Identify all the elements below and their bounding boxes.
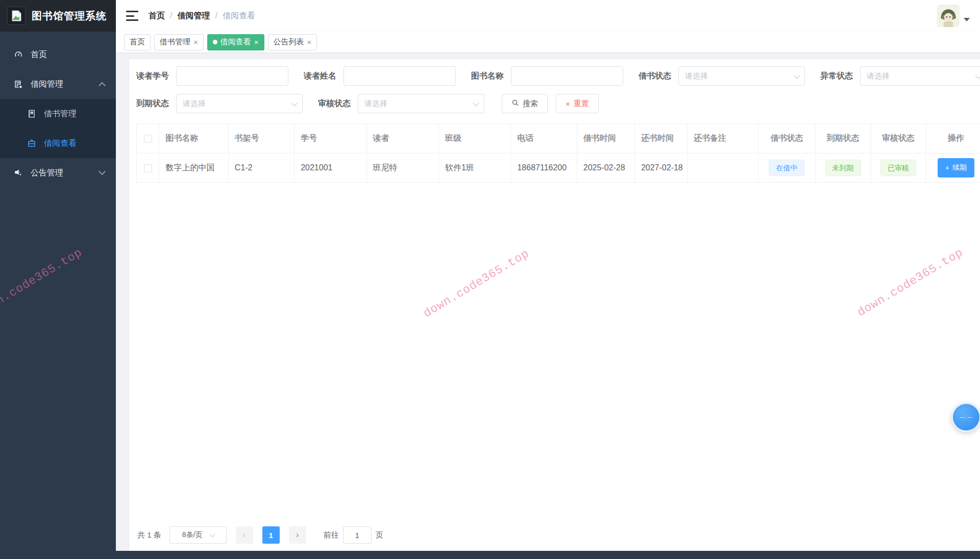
select-placeholder: 请选择: [364, 99, 473, 109]
app-title: 图书馆管理系统: [32, 9, 107, 23]
col-audit-status: 审核状态: [871, 124, 925, 154]
tab-announcement-list[interactable]: 公告列表 ×: [268, 34, 317, 50]
field-label: 读者学号: [136, 71, 169, 82]
book-name-input[interactable]: [511, 66, 623, 86]
abnormal-status-select[interactable]: 请选择: [860, 66, 980, 86]
breadcrumb-home[interactable]: 首页: [149, 11, 165, 21]
tab-home[interactable]: 首页: [124, 34, 151, 50]
content-card: 读者学号 读者姓名 图书名称 借书状态 请选择: [129, 59, 980, 556]
audit-status-select[interactable]: 请选择: [358, 94, 484, 113]
tab-borrow-view[interactable]: 借阅查看 ×: [207, 34, 264, 50]
footer-strip: [0, 551, 980, 559]
pagination: 共 1 条 8条/页 ‹ 1 › 前往 页: [136, 520, 980, 551]
breadcrumb-separator: /: [170, 11, 172, 20]
field-label: 借书状态: [639, 71, 671, 82]
due-status-badge: 未到期: [825, 160, 861, 176]
floating-clock-widget[interactable]: --:--: [951, 402, 980, 432]
col-book-name: 图书名称: [159, 124, 228, 154]
avatar-image: [937, 5, 960, 27]
sidebar-item-label: 借书管理: [44, 109, 105, 119]
sidebar-item-home[interactable]: 首页: [0, 40, 116, 69]
field-reader-id: 读者学号: [136, 66, 288, 86]
col-class: 班级: [439, 124, 511, 154]
search-button-label: 搜索: [523, 99, 538, 109]
cell-return-note: [687, 154, 758, 183]
sidebar-item-label: 借阅管理: [31, 79, 100, 90]
sidebar-item-announcement-management[interactable]: 公告管理: [0, 158, 116, 188]
page-number-1[interactable]: 1: [262, 526, 280, 544]
close-icon[interactable]: ×: [307, 38, 312, 46]
due-status-select[interactable]: 请选择: [176, 94, 303, 113]
select-all-checkbox[interactable]: [144, 135, 152, 143]
cell-reader: 班尼特: [366, 154, 438, 183]
chevron-down-icon: [291, 99, 298, 106]
close-icon[interactable]: ×: [193, 38, 198, 46]
sidebar-item-label: 借阅查看: [44, 138, 105, 149]
chevron-down-icon: [794, 72, 800, 79]
field-label: 审核状态: [318, 98, 351, 109]
select-placeholder: 请选择: [685, 71, 794, 81]
search-icon: [511, 99, 519, 108]
tab-label: 借阅查看: [220, 37, 251, 47]
tabs-bar: 首页 借书管理 × 借阅查看 × 公告列表 ×: [116, 32, 980, 53]
reset-button[interactable]: × 重置: [556, 94, 599, 113]
cell-class: 软件1班: [439, 154, 511, 183]
field-reader-name: 读者姓名: [304, 66, 456, 86]
logo-bar: 图书馆管理系统: [0, 0, 116, 32]
page-size-select[interactable]: 8条/页: [169, 526, 227, 544]
sidebar-collapse-icon[interactable]: [126, 11, 138, 21]
topbar-right: [937, 5, 970, 27]
col-borrow-time: 借书时间: [577, 124, 634, 154]
page-size-value: 8条/页: [182, 530, 203, 540]
borrow-status-select[interactable]: 请选择: [678, 66, 805, 86]
sidebar-item-borrow-management[interactable]: 借阅管理: [0, 69, 116, 99]
cell-book-name: 数字上的中国: [159, 154, 228, 183]
tab-label: 借书管理: [160, 37, 190, 47]
sidebar-item-label: 公告管理: [31, 168, 100, 179]
chevron-down-icon: [473, 99, 480, 106]
search-button[interactable]: 搜索: [502, 94, 548, 113]
chevron-down-icon: [209, 531, 215, 537]
field-label: 图书名称: [471, 71, 504, 82]
breadcrumb-borrow-management[interactable]: 借阅管理: [177, 11, 210, 21]
pagination-total: 共 1 条: [137, 530, 161, 540]
goto-page-input[interactable]: [343, 526, 372, 544]
cell-shelf-no: C1-2: [228, 154, 294, 183]
page-suffix: 页: [376, 530, 383, 540]
chevron-up-icon: [99, 82, 106, 89]
col-return-note: 还书备注: [687, 124, 758, 154]
tab-book-management[interactable]: 借书管理 ×: [154, 34, 204, 50]
active-dot: [213, 40, 217, 44]
sidebar-item-book-management[interactable]: 借书管理: [0, 99, 116, 129]
app-logo: [7, 7, 26, 25]
app-root: 图书馆管理系统 首页 借阅管理: [0, 0, 980, 559]
table-row: 数字上的中国 C1-2 2021001 班尼特 软件1班 18687116200…: [137, 154, 980, 183]
prev-page-button[interactable]: ‹: [236, 526, 253, 544]
prev-icon: ‹: [243, 530, 246, 540]
borrow-records-table: 图书名称 书架号 学号 读者 班级 电话 借书时间 还书时间 还书备注 借书状态: [136, 123, 980, 183]
cell-return-time: 2027-02-18: [634, 154, 687, 183]
renew-button[interactable]: + 续期: [938, 158, 974, 177]
caret-down-icon[interactable]: [964, 18, 970, 21]
close-icon[interactable]: ×: [254, 38, 259, 46]
col-actions: 操作: [925, 124, 980, 154]
row-checkbox[interactable]: [144, 164, 152, 172]
chevron-down-icon: [99, 168, 106, 175]
user-avatar[interactable]: [937, 5, 960, 27]
sidebar-item-borrow-view[interactable]: 借阅查看: [0, 129, 116, 158]
field-borrow-status: 借书状态 请选择: [639, 66, 805, 86]
close-icon: ×: [566, 99, 570, 108]
col-return-time: 还书时间: [634, 124, 687, 154]
table-header-row: 图书名称 书架号 学号 读者 班级 电话 借书时间 还书时间 还书备注 借书状态: [137, 124, 980, 154]
breadcrumb-separator: /: [215, 11, 217, 20]
col-phone: 电话: [511, 124, 577, 154]
megaphone-icon: [13, 168, 23, 178]
chevron-down-icon: [975, 72, 980, 79]
pagination-goto: 前往 页: [324, 526, 383, 544]
next-page-button[interactable]: ›: [289, 526, 306, 544]
field-audit-status: 审核状态 请选择: [318, 94, 484, 113]
reader-id-input[interactable]: [176, 66, 288, 86]
reader-name-input[interactable]: [344, 66, 456, 86]
cell-student-id: 2021001: [295, 154, 366, 183]
field-label: 读者姓名: [304, 71, 336, 82]
